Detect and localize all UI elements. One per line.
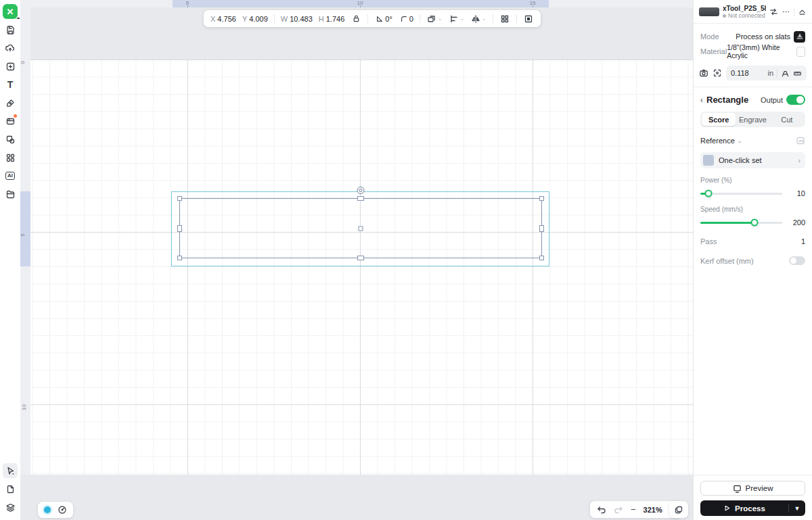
work-grid[interactable] — [30, 60, 693, 475]
arrange-icon[interactable] — [426, 14, 437, 24]
speed-slider-thumb[interactable] — [750, 219, 758, 227]
thickness-value[interactable]: 0.118 — [731, 69, 764, 77]
redo-icon[interactable] — [614, 505, 623, 515]
slats-mode-icon[interactable] — [794, 31, 805, 43]
output-toggle[interactable] — [786, 95, 805, 105]
chevron-down-icon[interactable]: ⌄ — [738, 138, 742, 144]
chevron-down-icon[interactable]: ⌄ — [438, 16, 443, 22]
ai-tools-icon[interactable]: AI — [3, 168, 18, 183]
outline-fill-icon[interactable] — [523, 14, 534, 24]
w-value[interactable]: 10.483 — [290, 15, 313, 23]
divider — [777, 69, 777, 77]
corner-radius-icon — [399, 14, 409, 24]
select-tool-icon[interactable] — [3, 463, 18, 478]
tab-cut[interactable]: Cut — [770, 113, 804, 126]
selected-rectangle[interactable] — [179, 198, 542, 258]
pass-value[interactable]: 1 — [801, 237, 805, 245]
focus-lock-icon[interactable] — [781, 69, 790, 78]
resize-handle-ne[interactable] — [539, 196, 544, 201]
camera-icon[interactable] — [699, 68, 708, 78]
reference-image-icon[interactable] — [796, 136, 805, 145]
zoom-out-icon[interactable]: − — [631, 504, 636, 515]
switch-device-icon[interactable] — [769, 7, 778, 16]
gauge-icon[interactable] — [58, 505, 67, 515]
insert-image-icon[interactable] — [3, 59, 18, 74]
undo-icon[interactable] — [597, 505, 606, 515]
speed-value[interactable]: 200 — [788, 218, 805, 227]
mode-value[interactable]: Process on slats — [736, 32, 790, 41]
resize-handle-se[interactable] — [539, 256, 544, 260]
height-field[interactable]: H1.746 — [319, 15, 344, 23]
power-value[interactable]: 10 — [788, 189, 805, 197]
resize-handle-sw[interactable] — [177, 256, 182, 260]
lock-ratio-icon[interactable] — [351, 14, 361, 24]
resize-handle-n[interactable] — [357, 196, 364, 201]
page-icon[interactable] — [3, 481, 18, 496]
rotation-field[interactable]: 0° — [374, 14, 392, 24]
pen-tool-icon[interactable] — [3, 95, 18, 110]
y-value[interactable]: 4.009 — [249, 15, 268, 23]
h-value[interactable]: 1.746 — [326, 15, 345, 23]
y-label: Y — [242, 15, 247, 23]
align-icon[interactable] — [449, 14, 459, 24]
one-click-set-button[interactable]: One-click set › — [700, 152, 805, 168]
speed-slider[interactable] — [700, 222, 782, 224]
x-field[interactable]: X4.756 — [210, 15, 236, 23]
x-value[interactable]: 4.756 — [217, 15, 236, 23]
y-field[interactable]: Y4.009 — [242, 15, 268, 23]
power-slider[interactable] — [700, 193, 782, 195]
xtool-logo[interactable]: ✕ — [3, 4, 18, 19]
corner-radius-field[interactable]: 0 — [399, 14, 413, 24]
angle-value[interactable]: 0° — [385, 15, 392, 23]
shapes-icon[interactable] — [3, 132, 18, 147]
duplicate-canvas-button[interactable] — [669, 501, 688, 518]
material-value[interactable]: 1/8"(3mm) White Acrylic — [727, 43, 793, 60]
layers-icon[interactable] — [3, 500, 18, 515]
mode-label: Mode — [700, 32, 736, 41]
kerf-toggle[interactable] — [789, 256, 805, 265]
notification-badge — [14, 114, 17, 118]
array-icon[interactable] — [499, 14, 510, 24]
divider — [493, 14, 493, 23]
tab-engrave[interactable]: Engrave — [736, 113, 769, 126]
preview-button[interactable]: Preview — [700, 481, 805, 496]
more-icon[interactable] — [782, 7, 790, 16]
center-handle[interactable] — [359, 226, 363, 231]
apps-grid-icon[interactable] — [3, 150, 18, 165]
process-options-chevron-icon[interactable]: ▼ — [789, 505, 805, 512]
auto-measure-icon[interactable] — [713, 68, 722, 78]
material-swatch[interactable] — [796, 47, 805, 57]
save-icon[interactable] — [3, 22, 18, 37]
material-library-icon[interactable] — [3, 114, 18, 128]
resize-handle-w[interactable] — [177, 225, 182, 232]
resize-handle-nw[interactable] — [177, 196, 182, 201]
lid-open-icon[interactable] — [798, 7, 807, 16]
ruler-tick-label: 10 — [21, 404, 27, 410]
chevron-down-icon[interactable]: ⌄ — [460, 16, 465, 22]
logo-caret — [16, 17, 20, 21]
power-slider-thumb[interactable] — [705, 190, 713, 197]
resize-handle-e[interactable] — [539, 225, 544, 232]
zoom-level[interactable]: 321% — [644, 506, 662, 514]
text-tool-icon[interactable]: T — [3, 77, 18, 92]
files-icon[interactable] — [3, 187, 18, 202]
flip-icon[interactable] — [470, 14, 481, 24]
canvas-area[interactable]: 5 10 15 0 5 10 — [20, 0, 693, 520]
chevron-down-icon[interactable]: ⌄ — [482, 16, 487, 22]
ruler-icon[interactable] — [793, 69, 802, 78]
resize-handle-s[interactable] — [357, 256, 364, 260]
process-label: Process — [735, 504, 765, 513]
device-name[interactable]: xTool_P2S_58b2... — [723, 5, 766, 12]
corner-radius-value[interactable]: 0 — [409, 15, 413, 23]
width-field[interactable]: W10.483 — [281, 15, 313, 23]
rotate-handle[interactable] — [357, 187, 365, 194]
cloud-upload-icon[interactable] — [3, 41, 18, 55]
selection-bounding-box[interactable] — [171, 191, 549, 266]
thickness-input[interactable]: 0.118 in — [726, 66, 807, 80]
back-chevron-icon[interactable]: ‹ — [700, 95, 703, 105]
process-button[interactable]: Process ▼ — [700, 500, 805, 516]
tab-score[interactable]: Score — [702, 113, 736, 126]
laser-position-icon[interactable] — [44, 506, 51, 513]
kerf-label: Kerf offset (mm) — [700, 257, 789, 265]
mode-material-section: Mode Process on slats Material 1/8"(3mm)… — [694, 24, 812, 65]
